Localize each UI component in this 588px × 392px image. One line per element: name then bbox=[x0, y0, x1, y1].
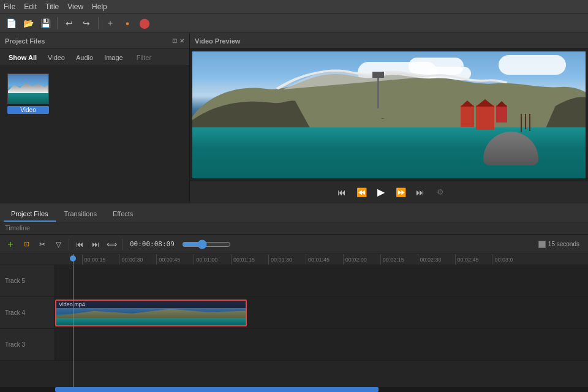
tl-skip-start-button[interactable]: ⏮ bbox=[73, 238, 86, 251]
clip-mountain bbox=[56, 308, 246, 318]
timeline: Timeline + ⊡ ✂ ▽ ⏮ ⏭ ⟺ 00:00:08:09 15 se… bbox=[0, 222, 588, 392]
preview-header: Video Preview bbox=[190, 33, 588, 49]
tab-project-files[interactable]: Project Files bbox=[4, 207, 56, 222]
tl-sep-2 bbox=[122, 239, 123, 250]
buildings bbox=[461, 105, 507, 130]
time-marks-container: 00:00:15 00:00:30 00:00:45 00:01:00 00:0… bbox=[55, 254, 588, 265]
pier bbox=[521, 114, 530, 132]
track-3-content[interactable] bbox=[55, 329, 588, 360]
open-button[interactable]: 📂 bbox=[21, 16, 36, 31]
zoom-label: 15 seconds bbox=[548, 241, 579, 247]
track-row-4: Track 4 Video.mp4 bbox=[0, 297, 588, 329]
pf-expand-btn[interactable]: ✕ bbox=[179, 37, 184, 44]
time-mark-3: 00:00:45 bbox=[156, 254, 180, 265]
next-frame-button[interactable]: ⏩ bbox=[393, 184, 409, 200]
toolbar-sep-2 bbox=[98, 17, 99, 29]
redo-button[interactable]: ↪ bbox=[79, 16, 94, 31]
tl-cut-button[interactable]: ✂ bbox=[36, 238, 49, 251]
video-clip-label: Video.mp4 bbox=[56, 301, 246, 308]
timecode-display: 00:00:08:09 bbox=[130, 240, 175, 248]
settings-icon[interactable]: ⚙ bbox=[437, 187, 444, 197]
time-mark-7: 00:01:45 bbox=[306, 254, 330, 265]
playhead-ruler bbox=[73, 254, 74, 265]
menu-edit[interactable]: Edit bbox=[24, 2, 37, 11]
tab-transitions[interactable]: Transitions bbox=[57, 207, 104, 222]
render-button[interactable]: ● bbox=[120, 16, 135, 31]
tab-image[interactable]: Image bbox=[99, 52, 128, 63]
project-files-content: Video bbox=[0, 66, 189, 203]
timeline-label: Timeline bbox=[0, 222, 588, 235]
video-scene: ~ bbox=[192, 51, 586, 178]
tab-show-all[interactable]: Show All bbox=[4, 52, 42, 63]
media-label: Video bbox=[7, 106, 49, 114]
left-panel: Project Files ⊡ ✕ Show All Video Audio I… bbox=[0, 33, 190, 203]
timeline-toolbar: + ⊡ ✂ ▽ ⏮ ⏭ ⟺ 00:00:08:09 15 seconds bbox=[0, 235, 588, 254]
video-clip[interactable]: Video.mp4 bbox=[55, 300, 247, 326]
time-mark-1: 00:00:15 bbox=[82, 254, 106, 265]
menu-view[interactable]: View bbox=[67, 2, 83, 11]
tab-effects[interactable]: Effects bbox=[105, 207, 140, 222]
import-button[interactable]: ＋ bbox=[103, 16, 118, 31]
toolbar: 📄 📂 💾 ↩ ↪ ＋ ● ⬤ bbox=[0, 13, 588, 33]
skip-back-button[interactable]: ⏮ bbox=[334, 184, 350, 200]
menu-bar: File Edit Title View Help bbox=[0, 0, 588, 13]
play-button[interactable]: ▶ bbox=[373, 184, 389, 200]
new-button[interactable]: 📄 bbox=[4, 16, 18, 31]
media-thumbnail-scene bbox=[8, 74, 48, 104]
media-item-video[interactable]: Video bbox=[7, 74, 49, 114]
track-4-content[interactable]: Video.mp4 bbox=[55, 297, 588, 328]
tl-add-track-button[interactable]: + bbox=[4, 238, 17, 251]
bottom-tabs: Project Files Transitions Effects bbox=[0, 203, 588, 222]
main: Project Files ⊡ ✕ Show All Video Audio I… bbox=[0, 33, 588, 392]
time-mark-12: 00:03:0 bbox=[492, 254, 513, 265]
toolbar-sep-1 bbox=[57, 17, 58, 29]
menu-help[interactable]: Help bbox=[92, 2, 107, 11]
project-files-header: Project Files ⊡ ✕ bbox=[0, 33, 189, 49]
tl-ripple-button[interactable]: ⟺ bbox=[105, 238, 118, 251]
time-mark-11: 00:02:45 bbox=[455, 254, 479, 265]
menu-file[interactable]: File bbox=[4, 2, 15, 11]
export-button[interactable]: ⬤ bbox=[137, 16, 152, 31]
bird: ~ bbox=[381, 116, 384, 121]
time-mark-4: 00:01:00 bbox=[194, 254, 217, 265]
preview-video: ~ bbox=[192, 51, 586, 178]
tl-sep-1 bbox=[69, 239, 69, 250]
track-row-3: Track 3 bbox=[0, 329, 588, 361]
timeline-scrubber[interactable]: 00:00:15 00:00:30 00:00:45 00:01:00 00:0… bbox=[0, 254, 588, 265]
track-5-content[interactable] bbox=[55, 265, 588, 296]
time-mark-5: 00:01:15 bbox=[231, 254, 255, 265]
tl-skip-end-button[interactable]: ⏭ bbox=[89, 238, 102, 251]
bottom-scroll-thumb[interactable] bbox=[55, 387, 379, 392]
preview-title: Video Preview bbox=[195, 37, 240, 45]
media-thumbnail bbox=[7, 74, 49, 104]
bottom-scrollbar[interactable] bbox=[0, 387, 588, 392]
zoom-display: 15 seconds bbox=[538, 241, 584, 248]
tl-snap-button[interactable]: ⊡ bbox=[20, 238, 33, 251]
upper-area: Project Files ⊡ ✕ Show All Video Audio I… bbox=[0, 33, 588, 203]
prev-frame-button[interactable]: ⏪ bbox=[353, 184, 369, 200]
track-5-label: Track 5 bbox=[0, 265, 55, 296]
zoom-slider[interactable] bbox=[182, 242, 231, 247]
filter-input[interactable] bbox=[132, 52, 168, 63]
playhead-head bbox=[70, 255, 76, 262]
time-ruler: 00:00:15 00:00:30 00:00:45 00:01:00 00:0… bbox=[55, 254, 588, 265]
tab-audio[interactable]: Audio bbox=[71, 52, 98, 63]
menu-title[interactable]: Title bbox=[45, 2, 59, 11]
save-button[interactable]: 💾 bbox=[38, 16, 53, 31]
undo-button[interactable]: ↩ bbox=[62, 16, 77, 31]
zoom-checkbox[interactable] bbox=[538, 241, 546, 248]
time-mark-2: 00:00:30 bbox=[119, 254, 143, 265]
track-4-label: Track 4 bbox=[0, 297, 55, 328]
pf-minimize-btn[interactable]: ⊡ bbox=[172, 37, 177, 44]
track-3-label: Track 3 bbox=[0, 329, 55, 360]
project-files-header-title: Project Files bbox=[5, 37, 45, 45]
tl-arrow-down-button[interactable]: ▽ bbox=[51, 238, 65, 251]
tab-video[interactable]: Video bbox=[43, 52, 70, 63]
tracks-area: Track 5 Track 4 Video.mp4 bbox=[0, 265, 588, 387]
preview-controls: ⏮ ⏪ ▶ ⏩ ⏭ ⚙ bbox=[190, 181, 588, 203]
skip-forward-button[interactable]: ⏭ bbox=[412, 184, 428, 200]
video-clip-thumb bbox=[56, 308, 246, 325]
time-mark-9: 00:02:15 bbox=[380, 254, 404, 265]
time-mark-10: 00:02:30 bbox=[418, 254, 442, 265]
right-panel: Video Preview bbox=[190, 33, 588, 203]
